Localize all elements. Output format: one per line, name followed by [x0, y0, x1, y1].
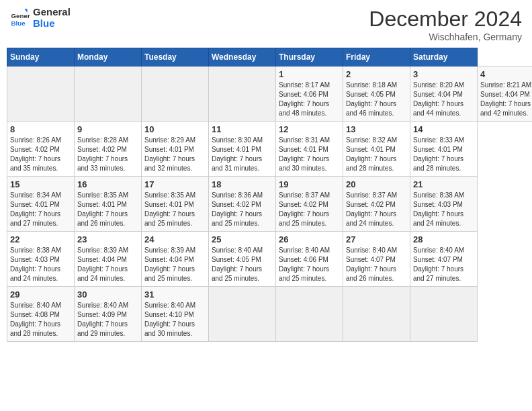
calendar-cell: [209, 287, 276, 342]
header-sunday: Sunday: [7, 48, 75, 66]
calendar-cell: [276, 287, 343, 342]
header-monday: Monday: [75, 48, 142, 66]
day-info: Sunrise: 8:40 AMSunset: 4:05 PMDaylight:…: [212, 246, 273, 283]
calendar-cell: [410, 287, 478, 342]
day-info: Sunrise: 8:31 AMSunset: 4:01 PMDaylight:…: [279, 136, 340, 173]
day-number: 10: [144, 124, 206, 134]
day-info: Sunrise: 8:30 AMSunset: 4:01 PMDaylight:…: [212, 136, 273, 173]
day-number: 19: [279, 179, 340, 189]
calendar-cell: 9Sunrise: 8:28 AMSunset: 4:02 PMDaylight…: [75, 122, 142, 177]
day-info: Sunrise: 8:20 AMSunset: 4:04 PMDaylight:…: [413, 81, 474, 118]
header-thursday: Thursday: [276, 48, 343, 66]
calendar-cell: 17Sunrise: 8:35 AMSunset: 4:01 PMDayligh…: [142, 177, 209, 232]
logo-wordmark: General Blue: [33, 7, 71, 29]
calendar-cell: 18Sunrise: 8:36 AMSunset: 4:02 PMDayligh…: [209, 177, 276, 232]
calendar-cell: 27Sunrise: 8:40 AMSunset: 4:07 PMDayligh…: [343, 232, 410, 287]
day-info: Sunrise: 8:38 AMSunset: 4:03 PMDaylight:…: [413, 191, 474, 228]
calendar-cell: 24Sunrise: 8:39 AMSunset: 4:04 PMDayligh…: [142, 232, 209, 287]
day-info: Sunrise: 8:40 AMSunset: 4:07 PMDaylight:…: [346, 246, 407, 283]
calendar-cell: 25Sunrise: 8:40 AMSunset: 4:05 PMDayligh…: [209, 232, 276, 287]
logo-icon: General Blue: [10, 8, 30, 28]
day-number: 13: [346, 124, 407, 134]
calendar-cell: 21Sunrise: 8:38 AMSunset: 4:03 PMDayligh…: [410, 177, 478, 232]
day-info: Sunrise: 8:40 AMSunset: 4:09 PMDaylight:…: [77, 301, 138, 338]
day-number: 25: [212, 234, 273, 244]
calendar-cell: 28Sunrise: 8:40 AMSunset: 4:07 PMDayligh…: [410, 232, 478, 287]
day-number: 29: [10, 289, 71, 300]
day-number: 1: [279, 69, 340, 79]
calendar-body: 1Sunrise: 8:17 AMSunset: 4:06 PMDaylight…: [7, 66, 533, 342]
day-number: 30: [77, 289, 138, 300]
day-info: Sunrise: 8:40 AMSunset: 4:08 PMDaylight:…: [10, 301, 71, 338]
calendar-cell: 15Sunrise: 8:34 AMSunset: 4:01 PMDayligh…: [7, 177, 75, 232]
day-number: 11: [212, 124, 273, 134]
calendar-cell: [142, 66, 209, 122]
calendar-week-1: 1Sunrise: 8:17 AMSunset: 4:06 PMDaylight…: [7, 66, 533, 122]
day-info: Sunrise: 8:33 AMSunset: 4:01 PMDaylight:…: [413, 136, 474, 173]
header-wednesday: Wednesday: [209, 48, 276, 66]
calendar-cell: 1Sunrise: 8:17 AMSunset: 4:06 PMDaylight…: [276, 66, 343, 122]
calendar-cell: 20Sunrise: 8:37 AMSunset: 4:02 PMDayligh…: [343, 177, 410, 232]
day-number: 3: [413, 69, 474, 79]
day-number: 17: [144, 179, 206, 189]
calendar-cell: 11Sunrise: 8:30 AMSunset: 4:01 PMDayligh…: [209, 122, 276, 177]
calendar-week-3: 15Sunrise: 8:34 AMSunset: 4:01 PMDayligh…: [7, 177, 533, 232]
calendar-table: Sunday Monday Tuesday Wednesday Thursday…: [7, 48, 532, 342]
header-row: Sunday Monday Tuesday Wednesday Thursday…: [7, 48, 533, 66]
day-info: Sunrise: 8:17 AMSunset: 4:06 PMDaylight:…: [279, 81, 340, 118]
logo: General Blue General Blue: [10, 7, 71, 29]
day-info: Sunrise: 8:40 AMSunset: 4:07 PMDaylight:…: [413, 246, 474, 283]
day-info: Sunrise: 8:34 AMSunset: 4:01 PMDaylight:…: [10, 191, 71, 228]
day-info: Sunrise: 8:35 AMSunset: 4:01 PMDaylight:…: [77, 191, 138, 228]
day-info: Sunrise: 8:26 AMSunset: 4:02 PMDaylight:…: [10, 136, 71, 173]
calendar-cell: 16Sunrise: 8:35 AMSunset: 4:01 PMDayligh…: [75, 177, 142, 232]
day-number: 23: [77, 234, 138, 244]
day-info: Sunrise: 8:40 AMSunset: 4:10 PMDaylight:…: [144, 301, 206, 338]
page-header: General Blue General Blue December 2024 …: [7, 7, 525, 42]
calendar-cell: 12Sunrise: 8:31 AMSunset: 4:01 PMDayligh…: [276, 122, 343, 177]
day-number: 31: [144, 289, 206, 300]
header-saturday: Saturday: [410, 48, 478, 66]
day-info: Sunrise: 8:28 AMSunset: 4:02 PMDaylight:…: [77, 136, 138, 173]
calendar-header: Sunday Monday Tuesday Wednesday Thursday…: [7, 48, 533, 66]
day-number: 22: [10, 234, 71, 244]
header-friday: Friday: [343, 48, 410, 66]
day-number: 8: [10, 124, 71, 134]
calendar-cell: 19Sunrise: 8:37 AMSunset: 4:02 PMDayligh…: [276, 177, 343, 232]
calendar-week-2: 8Sunrise: 8:26 AMSunset: 4:02 PMDaylight…: [7, 122, 533, 177]
day-info: Sunrise: 8:18 AMSunset: 4:05 PMDaylight:…: [346, 81, 407, 118]
calendar-cell: 26Sunrise: 8:40 AMSunset: 4:06 PMDayligh…: [276, 232, 343, 287]
day-number: 2: [346, 69, 407, 79]
day-info: Sunrise: 8:37 AMSunset: 4:02 PMDaylight:…: [279, 191, 340, 228]
header-tuesday: Tuesday: [142, 48, 209, 66]
location: Wischhafen, Germany: [369, 32, 522, 42]
month-title: December 2024: [369, 7, 522, 32]
day-info: Sunrise: 8:40 AMSunset: 4:06 PMDaylight:…: [279, 246, 340, 283]
day-number: 16: [77, 179, 138, 189]
title-block: December 2024 Wischhafen, Germany: [369, 7, 522, 42]
calendar-cell: 8Sunrise: 8:26 AMSunset: 4:02 PMDaylight…: [7, 122, 75, 177]
day-info: Sunrise: 8:35 AMSunset: 4:01 PMDaylight:…: [144, 191, 206, 228]
calendar-week-5: 29Sunrise: 8:40 AMSunset: 4:08 PMDayligh…: [7, 287, 533, 342]
calendar-cell: 13Sunrise: 8:32 AMSunset: 4:01 PMDayligh…: [343, 122, 410, 177]
day-number: 14: [413, 124, 474, 134]
svg-text:Blue: Blue: [11, 19, 26, 26]
day-number: 27: [346, 234, 407, 244]
day-number: 21: [413, 179, 474, 189]
day-number: 15: [10, 179, 71, 189]
calendar-cell: [75, 66, 142, 122]
calendar-cell: 30Sunrise: 8:40 AMSunset: 4:09 PMDayligh…: [75, 287, 142, 342]
calendar-cell: [7, 66, 75, 122]
calendar-cell: 2Sunrise: 8:18 AMSunset: 4:05 PMDaylight…: [343, 66, 410, 122]
day-info: Sunrise: 8:39 AMSunset: 4:04 PMDaylight:…: [144, 246, 206, 283]
calendar-cell: 10Sunrise: 8:29 AMSunset: 4:01 PMDayligh…: [142, 122, 209, 177]
calendar-cell: 14Sunrise: 8:33 AMSunset: 4:01 PMDayligh…: [410, 122, 478, 177]
svg-text:General: General: [11, 12, 31, 19]
calendar-cell: [209, 66, 276, 122]
calendar-cell: 3Sunrise: 8:20 AMSunset: 4:04 PMDaylight…: [410, 66, 478, 122]
day-number: 12: [279, 124, 340, 134]
day-info: Sunrise: 8:32 AMSunset: 4:01 PMDaylight:…: [346, 136, 407, 173]
calendar-cell: [343, 287, 410, 342]
day-info: Sunrise: 8:37 AMSunset: 4:02 PMDaylight:…: [346, 191, 407, 228]
calendar-cell: 4Sunrise: 8:21 AMSunset: 4:04 PMDaylight…: [478, 66, 533, 122]
